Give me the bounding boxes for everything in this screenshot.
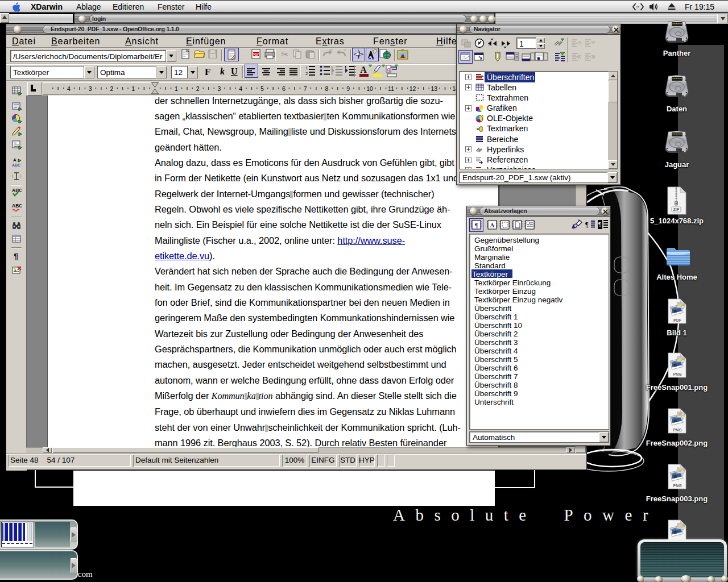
svg-text:A: A [490,222,495,228]
svg-text:4: 4 [239,85,242,92]
svg-text:¶: ¶ [475,222,478,228]
svg-text:10: 10 [366,85,373,92]
svg-text:A: A [360,65,367,74]
svg-text:1: 1 [131,85,135,92]
svg-text:ABC: ABC [12,163,20,167]
svg-text:9: 9 [346,85,350,92]
svg-text:1: 1 [175,85,178,92]
svg-text:¶: ¶ [14,251,18,261]
svg-text:6: 6 [282,85,286,92]
svg-text:A: A [13,157,16,163]
svg-text:2: 2 [196,85,200,92]
svg-text:1: 1 [305,65,308,70]
svg-text:4: 4 [67,85,71,92]
svg-text:5: 5 [260,85,264,92]
svg-text:8: 8 [325,85,328,92]
svg-text:✂: ✂ [282,49,289,59]
svg-text:7: 7 [304,85,307,92]
svg-text:3: 3 [89,85,92,92]
svg-text:ABC: ABC [12,203,22,209]
svg-text:g: g [387,66,390,72]
svg-text:ABC: ABC [12,188,22,193]
svg-text:2: 2 [305,71,308,76]
svg-text:¶: ¶ [585,221,589,228]
svg-text:PDF: PDF [253,53,259,56]
svg-text:2: 2 [110,85,113,92]
svg-text:12: 12 [410,85,416,92]
svg-text:ZIP: ZIP [673,207,680,211]
svg-text:11: 11 [388,85,394,92]
svg-text:3: 3 [217,85,221,92]
svg-text:13: 13 [431,85,437,92]
svg-text:¶: ¶ [598,221,601,227]
